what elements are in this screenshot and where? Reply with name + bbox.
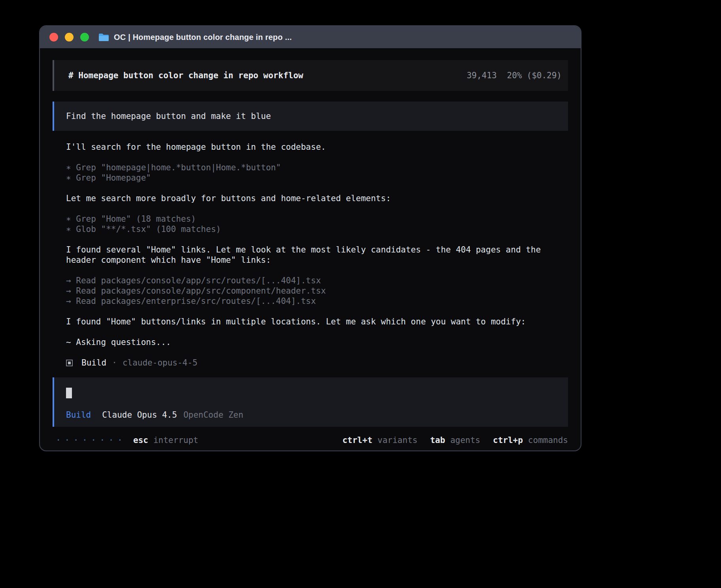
input-mode-label: Build <box>66 410 91 420</box>
tool-call-group: ∗ Grep "Home" (18 matches)∗ Glob "**/*.t… <box>66 214 570 234</box>
shortcut-key: ctrl+p <box>493 435 523 445</box>
assistant-text-group: I found "Home" buttons/links in multiple… <box>66 317 570 327</box>
shortcut-key: tab <box>430 435 445 445</box>
session-header: # Homepage button color change in repo w… <box>53 60 568 91</box>
text-cursor <box>66 388 72 398</box>
prompt-input[interactable]: Build Claude Opus 4.5 OpenCode Zen <box>53 377 568 427</box>
session-stats: 39,413 20% ($0.29) <box>467 71 562 80</box>
agent-icon-dot <box>68 362 71 364</box>
spinner-dot: · <box>117 435 123 446</box>
assistant-text-group: ~ Asking questions... <box>66 337 570 347</box>
agent-name: Build <box>81 358 106 368</box>
shortcut-hint-variants: ctrl+tvariants <box>342 435 417 445</box>
user-message-text: Find the homepage button and make it blu… <box>66 111 271 121</box>
session-cost: ($0.29) <box>527 71 562 80</box>
spinner-dot: · <box>91 435 96 446</box>
tool-call-line: ∗ Grep "Homepage" <box>66 173 570 183</box>
tool-call-line: → Read packages/enterprise/src/routes/[.… <box>66 296 570 306</box>
shortcut-hint-agents: tabagents <box>430 435 480 445</box>
assistant-text-line: Let me search more broadly for buttons a… <box>66 193 570 204</box>
spinner-dots: ········ <box>56 435 126 446</box>
input-provider-label: OpenCode Zen <box>183 410 243 420</box>
spinner-dot: · <box>100 435 105 446</box>
input-meta: Build Claude Opus 4.5 OpenCode Zen <box>66 410 556 420</box>
minimize-window-button[interactable] <box>65 33 74 41</box>
spinner-dot: · <box>82 435 87 446</box>
window-titlebar: OC | Homepage button color change in rep… <box>40 26 581 48</box>
session-title: # Homepage button color change in repo w… <box>68 71 303 80</box>
context-percent: 20% <box>507 71 522 80</box>
terminal-window: OC | Homepage button color change in rep… <box>39 25 581 451</box>
tool-call-line: ∗ Grep "homepage|home.*button|Home.*butt… <box>66 162 570 173</box>
folder-icon <box>98 33 109 41</box>
shortcut-hint-commands: ctrl+pcommands <box>493 435 568 445</box>
agent-separator: · <box>112 358 117 368</box>
agent-icon <box>66 360 73 366</box>
statusbar-left: ········ esc interrupt <box>53 435 198 446</box>
spinner-dot: · <box>56 435 61 446</box>
shortcut-label: commands <box>528 435 568 445</box>
assistant-text-line: I found several "Home" links. Let me loo… <box>66 245 570 265</box>
transcript: I'll search for the homepage button in t… <box>66 142 570 358</box>
esc-key-hint: esc <box>133 435 148 445</box>
spinner-dot: · <box>109 435 114 446</box>
tool-call-line: → Read packages/console/app/src/routes/[… <box>66 275 570 286</box>
assistant-text-group: I'll search for the homepage button in t… <box>66 142 570 152</box>
traffic-lights <box>49 33 89 41</box>
assistant-text-line: I'll search for the homepage button in t… <box>66 142 570 152</box>
zoom-window-button[interactable] <box>80 33 89 41</box>
esc-key-label: interrupt <box>153 435 198 445</box>
statusbar-shortcuts: ctrl+tvariantstabagentsctrl+pcommands <box>330 435 568 445</box>
spinner-dot: · <box>74 435 79 446</box>
agent-status-line: Build · claude-opus-4-5 <box>66 358 568 368</box>
input-model-label: Claude Opus 4.5 <box>102 410 177 420</box>
tool-call-line: ∗ Glob "**/*.tsx" (100 matches) <box>66 224 570 234</box>
statusbar: ········ esc interrupt ctrl+tvariantstab… <box>53 435 568 446</box>
user-message: Find the homepage button and make it blu… <box>53 102 568 131</box>
terminal-content: # Homepage button color change in repo w… <box>40 48 581 446</box>
assistant-text-line: ~ Asking questions... <box>66 337 570 347</box>
shortcut-key: ctrl+t <box>342 435 372 445</box>
assistant-text-line: I found "Home" buttons/links in multiple… <box>66 317 570 327</box>
tool-call-group: ∗ Grep "homepage|home.*button|Home.*butt… <box>66 162 570 183</box>
window-title: OC | Homepage button color change in rep… <box>114 33 292 42</box>
tool-call-line: → Read packages/console/app/src/componen… <box>66 286 570 296</box>
assistant-text-group: Let me search more broadly for buttons a… <box>66 193 570 204</box>
tool-call-group: → Read packages/console/app/src/routes/[… <box>66 275 570 306</box>
assistant-text-group: I found several "Home" links. Let me loo… <box>66 245 570 265</box>
spinner-dot: · <box>64 435 70 446</box>
agent-model: claude-opus-4-5 <box>123 358 198 368</box>
close-window-button[interactable] <box>49 33 58 41</box>
shortcut-label: variants <box>377 435 417 445</box>
shortcut-label: agents <box>450 435 480 445</box>
tool-call-line: ∗ Grep "Home" (18 matches) <box>66 214 570 224</box>
token-count: 39,413 <box>467 71 497 80</box>
